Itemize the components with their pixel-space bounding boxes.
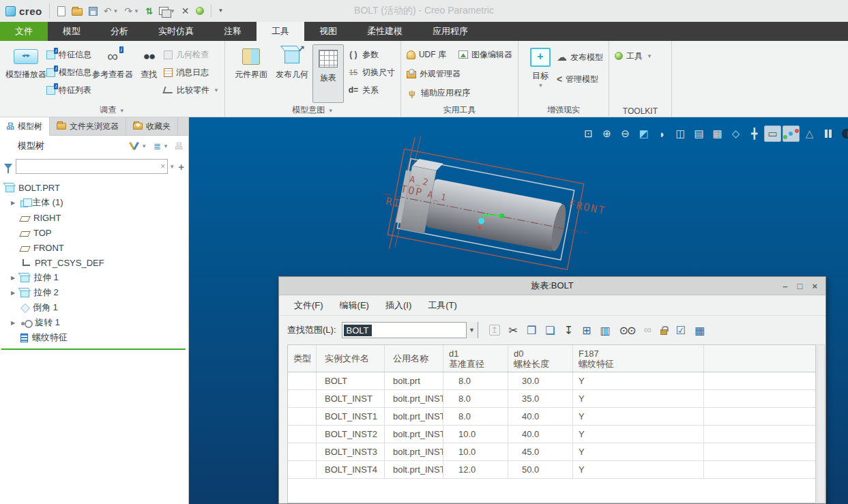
model-info-button[interactable]: 模型信息 <box>46 65 91 80</box>
table-row[interactable]: BOLT_INST3bolt.prt_INST310.045.0Y <box>288 443 815 461</box>
table-row[interactable]: BOLT_INST2bolt.prt_INST210.040.0Y <box>288 426 815 443</box>
cell-d1[interactable]: 12.0 <box>443 461 508 478</box>
tab-视图[interactable]: 视图 <box>304 22 352 41</box>
navigator-tab-tree[interactable]: 品模型树 <box>0 117 50 136</box>
navigator-tab-folder[interactable]: 文件夹浏览器 <box>50 117 126 135</box>
cell-instance[interactable]: BOLT_INST3 <box>317 443 385 460</box>
graphics-viewport[interactable]: RIGHT A_2 TOP A_1 FRONT ⊡⊕⊖ <box>189 117 848 504</box>
cell-d0[interactable]: 40.0 <box>508 408 573 425</box>
menu-T[interactable]: 工具(T) <box>421 297 464 314</box>
tab-应用程序[interactable]: 应用程序 <box>418 22 483 41</box>
appearance-manager-button[interactable]: 外观管理器 <box>407 66 512 81</box>
cell-f187[interactable]: Y <box>573 372 704 389</box>
column-header[interactable]: F187螺纹特征 <box>573 345 704 372</box>
shading-style-icon[interactable]: ◗ <box>654 125 671 142</box>
datum-display-icon[interactable]: ╋ <box>746 125 763 142</box>
column-header[interactable]: d1基准直径 <box>443 345 508 372</box>
column-header[interactable] <box>704 345 815 372</box>
table-row[interactable]: BOLT_INSTbolt.prt_INST8.035.0Y <box>288 390 815 408</box>
cell-empty[interactable] <box>704 408 815 425</box>
udf-library-button[interactable]: UDF 库 <box>407 47 446 62</box>
cell-instance[interactable]: BOLT_INST2 <box>317 426 385 443</box>
tree-item[interactable]: ▶旋转 1 <box>0 315 188 330</box>
component-interface-button[interactable]: 元件界面 <box>231 44 272 79</box>
cell-f187[interactable]: Y <box>573 443 704 460</box>
undo-button[interactable]: ↶▼ <box>102 5 121 17</box>
cell-d1[interactable]: 10.0 <box>443 426 508 443</box>
parameters-button[interactable]: ( )参数 <box>348 47 395 62</box>
clipping-icon[interactable] <box>838 125 848 142</box>
lock-unlock-icon[interactable] <box>660 326 667 335</box>
cut-icon[interactable]: ✂ <box>509 324 518 337</box>
tree-item[interactable]: 螺纹特征 <box>0 330 188 345</box>
toolkit-tools-button[interactable]: 工具 ▼ <box>615 48 652 63</box>
tab-工具[interactable]: 工具 <box>257 22 304 41</box>
cell-f187[interactable]: Y <box>573 426 704 443</box>
cell-instance[interactable]: BOLT <box>317 372 385 389</box>
feature-list-button[interactable]: 特征列表 <box>46 83 91 98</box>
cell-common[interactable]: bolt.prt_INST4 <box>385 461 443 478</box>
menu-I[interactable]: 插入(I) <box>379 297 418 314</box>
menu-E[interactable]: 编辑(E) <box>333 297 376 314</box>
cell-type[interactable] <box>288 408 317 425</box>
tree-tools-button[interactable]: ▼ <box>130 141 147 151</box>
cell-empty[interactable] <box>704 372 815 389</box>
status-sphere-button[interactable] <box>194 5 206 16</box>
edit-columns-icon[interactable]: ▥ <box>600 324 610 337</box>
cell-f187[interactable]: Y <box>573 461 704 478</box>
cell-instance[interactable]: BOLT_INST <box>317 390 385 407</box>
open-file-button[interactable] <box>70 5 85 17</box>
tab-file[interactable]: 文件 <box>0 22 48 41</box>
cell-d1[interactable]: 8.0 <box>443 372 508 389</box>
repaint-icon[interactable]: ◩ <box>635 125 652 142</box>
datum-label-front[interactable]: FRONT <box>568 198 607 217</box>
save-button[interactable] <box>87 5 100 17</box>
insert-column-icon[interactable]: ⊞ <box>582 324 591 337</box>
cell-type[interactable] <box>288 443 317 460</box>
cell-common[interactable]: bolt.prt_INST <box>385 390 443 407</box>
menu-F[interactable]: 文件(F) <box>287 297 330 314</box>
cell-empty[interactable] <box>704 390 815 407</box>
insert-here-indicator[interactable] <box>1 349 186 350</box>
model-player-button[interactable]: 模型播放器 <box>5 44 46 79</box>
expand-arrow-icon[interactable]: ▶ <box>10 290 16 296</box>
find-button[interactable]: ●● 查找 <box>134 44 164 79</box>
cell-d1[interactable]: 8.0 <box>443 390 508 407</box>
cell-type[interactable] <box>288 461 317 478</box>
tab-实时仿真[interactable]: 实时仿真 <box>143 22 209 41</box>
tree-item[interactable]: RIGHT <box>0 210 188 225</box>
dialog-titlebar[interactable]: 族表:BOLT –□× <box>279 277 825 295</box>
tree-item[interactable]: ▶主体 (1) <box>0 195 188 210</box>
cell-type[interactable] <box>288 372 317 389</box>
cell-common[interactable]: bolt.prt_INST3 <box>385 443 443 460</box>
spin-center-icon[interactable] <box>783 125 800 142</box>
tree-item[interactable]: 倒角 1 <box>0 300 188 315</box>
find-scope-combobox[interactable]: BOLT ▼ <box>342 322 478 338</box>
expand-arrow-icon[interactable]: ▶ <box>10 275 16 281</box>
expand-arrow-icon[interactable]: ▶ <box>10 200 16 206</box>
cell-d0[interactable]: 35.0 <box>508 390 573 407</box>
tree-item[interactable]: FRONT <box>0 240 188 255</box>
publish-geometry-button[interactable]: 发布几何 <box>272 44 312 79</box>
paste-icon[interactable]: ❏ <box>545 324 555 337</box>
zoom-out-icon[interactable]: ⊖ <box>617 125 634 142</box>
pause-icon[interactable] <box>819 125 836 142</box>
tab-注释[interactable]: 注释 <box>209 22 257 41</box>
geometry-check-button[interactable]: 几何检查 <box>164 47 219 62</box>
tree-item[interactable]: ▶拉伸 1 <box>0 270 188 285</box>
expand-arrow-icon[interactable]: ▶ <box>10 320 16 326</box>
close-button[interactable]: × <box>812 277 817 295</box>
filter-add-button[interactable]: + <box>178 161 184 173</box>
table-row[interactable]: BOLT_INST1bolt.prt_INST18.040.0Y <box>288 408 815 426</box>
annotation-display-icon[interactable]: ▭ <box>764 125 781 142</box>
table-scrollbar[interactable] <box>817 344 825 503</box>
cell-instance[interactable]: BOLT_INST1 <box>317 408 385 425</box>
combobox-dropdown-icon[interactable]: ▼ <box>466 322 478 338</box>
insert-instance-icon[interactable]: ↧ <box>564 324 573 337</box>
find-instance-icon[interactable]: ⊙⊙ <box>619 324 635 337</box>
column-header[interactable]: d0螺栓长度 <box>508 345 573 372</box>
perspective-icon[interactable]: ◇ <box>727 125 744 142</box>
feature-info-button[interactable]: 特征信息 <box>46 47 91 62</box>
cell-d0[interactable]: 50.0 <box>508 461 573 478</box>
group-label-model-intent[interactable]: 模型意图 ▼ <box>225 104 400 116</box>
